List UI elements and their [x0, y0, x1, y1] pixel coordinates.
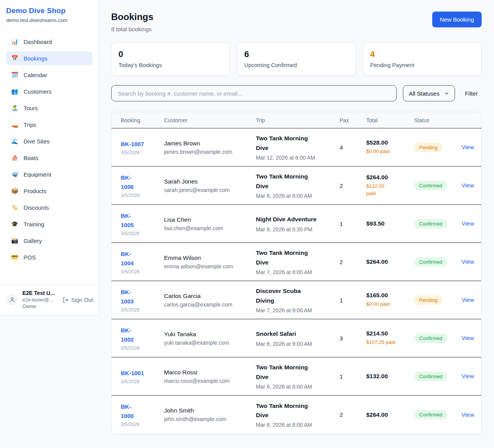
status-filter-select[interactable]: All Statuses	[403, 85, 455, 101]
trip-datetime: Mar 7, 2026 at 8:00 AM	[256, 269, 340, 275]
sidebar-item-label: Training	[24, 221, 44, 227]
table-row: BK-1006 3/5/2026 Sarah Jones sarah.jones…	[112, 167, 481, 205]
customer-name: Yuki Tanaka	[164, 331, 256, 338]
total-amount: $264.00	[366, 174, 414, 181]
sidebar-item-label: Discounts	[24, 204, 49, 211]
customer-name: Carlos Garcia	[164, 293, 256, 300]
customer-email: yuki.tanaka@example.com	[164, 340, 256, 346]
sidebar-item-label: Products	[24, 188, 46, 194]
page-subtitle: 8 total bookings	[111, 26, 153, 32]
customer-email: lisa.chen@example.com	[164, 225, 256, 231]
dashboard-icon: 📊	[11, 38, 19, 45]
status-badge: Confirmed	[414, 410, 447, 419]
sidebar-item-bookings[interactable]: 📅 Bookings	[6, 51, 92, 65]
sign-out-label: Sign Out	[71, 297, 93, 303]
trip-name: Discover ScubaDiving	[256, 286, 340, 305]
column-header: Booking	[121, 117, 164, 123]
trip-datetime: Mar 6, 2026 at 8:00 AM	[256, 384, 340, 390]
column-header: Total	[366, 117, 414, 123]
sidebar-item-equipment[interactable]: 🤿 Equipment	[6, 167, 92, 181]
sidebar-item-boats[interactable]: ⛵ Boats	[6, 151, 92, 165]
customers-icon: 👥	[11, 88, 19, 95]
boats-icon: ⛵	[11, 154, 19, 161]
new-booking-button[interactable]: New Booking	[432, 12, 482, 27]
table-header-row: BookingCustomerTripPaxTotalStatus	[112, 112, 481, 128]
view-link[interactable]: View	[462, 373, 474, 379]
column-header: Trip	[256, 117, 340, 123]
stat-value: 6	[244, 49, 349, 59]
sidebar-item-calendar[interactable]: 🗓️ Calendar	[6, 68, 92, 82]
filter-controls: All Statuses Filter	[111, 85, 482, 101]
pax-count: 1	[340, 373, 366, 380]
view-link[interactable]: View	[462, 144, 474, 150]
trip-name: Two Tank MorningDive	[256, 172, 340, 190]
user-name: E2E Test U...	[22, 290, 55, 296]
sidebar-item-gallery[interactable]: 📸 Gallery	[6, 234, 92, 248]
booking-number-link[interactable]: BK-1006	[121, 173, 164, 192]
sidebar-item-label: Dashboard	[24, 39, 52, 45]
stat-label: Today's Bookings	[118, 62, 223, 68]
sign-out-button[interactable]: Sign Out	[63, 297, 93, 303]
sidebar-item-customers[interactable]: 👥 Customers	[6, 84, 92, 98]
user-role: Owner	[22, 304, 55, 309]
training-icon: 🎓	[11, 221, 19, 227]
paid-amount: $107.25 paid	[366, 339, 414, 346]
discounts-icon: 🏷️	[11, 204, 19, 211]
user-email: e2e-tester@...	[22, 297, 55, 303]
column-header: Customer	[164, 117, 256, 123]
sidebar-item-training[interactable]: 🎓 Training	[6, 217, 92, 231]
calendar-icon: 🗓️	[11, 71, 19, 78]
brand-domain: demo.test.divestreams.com	[6, 17, 92, 23]
view-link[interactable]: View	[462, 411, 474, 418]
view-link[interactable]: View	[462, 335, 474, 341]
column-header: Status	[414, 117, 462, 123]
brand: Demo Dive Shop demo.test.divestreams.com	[0, 0, 98, 29]
booking-number-link[interactable]: BK-1000	[121, 402, 164, 421]
customer-email: marco.rossi@example.com	[164, 378, 256, 384]
trip-name: Snorkel Safari	[256, 329, 340, 339]
booking-number-link[interactable]: BK-1004	[121, 249, 164, 268]
sidebar-item-label: Dive Sites	[24, 138, 50, 145]
booking-number-link[interactable]: BK-1003	[121, 288, 164, 306]
view-link[interactable]: View	[462, 182, 474, 189]
view-link[interactable]: View	[462, 220, 474, 227]
sidebar-item-products[interactable]: 📦 Products	[6, 184, 92, 198]
stat-label: Upcoming Confirmed	[244, 62, 349, 68]
customer-email: sarah.jones@example.com	[164, 187, 256, 193]
sidebar-item-tours[interactable]: 🏝️ Tours	[6, 101, 92, 115]
trip-datetime: Mar 7, 2026 at 9:00 AM	[256, 307, 340, 313]
sidebar-item-label: Tours	[24, 105, 38, 111]
sidebar-item-label: Boats	[24, 155, 38, 161]
booking-number-link[interactable]: BK-1007	[121, 140, 164, 149]
status-badge: Pending	[414, 295, 443, 305]
search-input[interactable]	[111, 85, 397, 101]
stat-label: Pending Payment	[370, 62, 474, 68]
stat-value: 4	[370, 49, 474, 59]
bookings-icon: 📅	[11, 55, 19, 62]
total-amount: $93.50	[366, 220, 414, 227]
sidebar-item-label: Calendar	[24, 72, 47, 78]
booking-date: 3/5/2026	[121, 269, 164, 275]
total-amount: $264.00	[366, 258, 414, 265]
filter-button[interactable]: Filter	[461, 90, 482, 97]
booking-number-link[interactable]: BK-1005	[121, 211, 164, 230]
pax-count: 1	[340, 221, 366, 227]
stat-value: 0	[118, 49, 223, 59]
brand-name: Demo Dive Shop	[6, 7, 92, 15]
total-amount: $214.50	[366, 330, 414, 337]
sidebar-item-dashboard[interactable]: 📊 Dashboard	[6, 35, 92, 49]
status-badge: Confirmed	[414, 372, 447, 381]
booking-number-link[interactable]: BK-1002	[121, 326, 164, 344]
booking-number-link[interactable]: BK-1001	[121, 369, 164, 378]
dive-sites-icon: 🌊	[11, 138, 19, 145]
sidebar-item-dive-sites[interactable]: 🌊 Dive Sites	[6, 134, 92, 148]
sidebar-item-pos[interactable]: 💳 POS	[6, 250, 92, 264]
sidebar-item-discounts[interactable]: 🏷️ Discounts	[6, 200, 92, 214]
paid-amount: $0.00 paid	[366, 301, 414, 308]
sidebar: Demo Dive Shop demo.test.divestreams.com…	[0, 0, 99, 315]
sidebar-item-trips[interactable]: 🚤 Trips	[6, 118, 92, 131]
view-link[interactable]: View	[462, 258, 474, 265]
customer-name: Lisa Chen	[164, 216, 256, 223]
view-link[interactable]: View	[462, 296, 474, 303]
pax-count: 2	[340, 411, 366, 418]
